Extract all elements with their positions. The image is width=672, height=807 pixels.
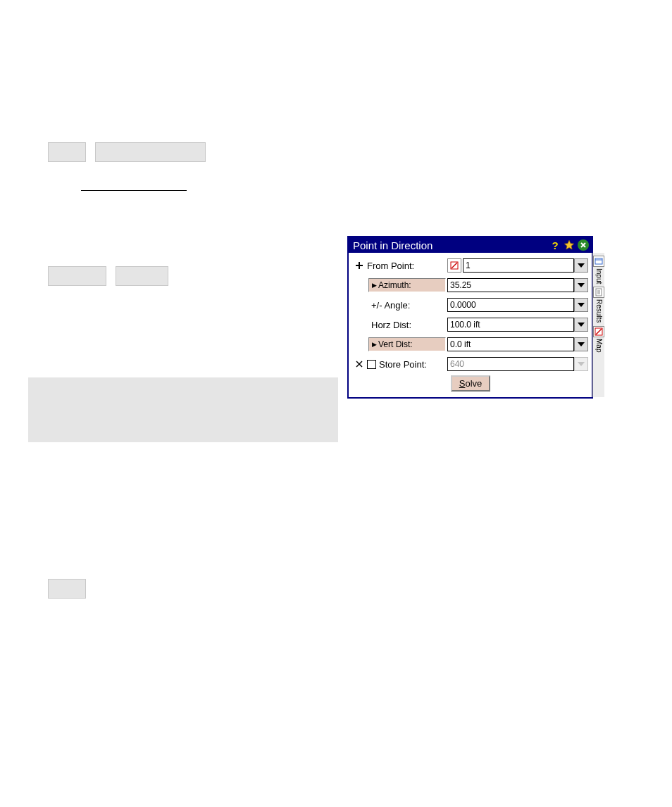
point-in-direction-dialog: Point in Direction ? From Point: (347, 236, 593, 399)
x-icon (353, 360, 366, 368)
svg-marker-8 (578, 283, 585, 287)
svg-marker-9 (578, 303, 585, 307)
input-tab-label: Input (595, 268, 603, 284)
tab-input[interactable]: Input (593, 256, 604, 284)
store-point-checkbox[interactable] (367, 360, 376, 369)
side-tabs: Input Results Map (592, 253, 604, 397)
title-bar-icons: ? (549, 239, 589, 251)
azimuth-toggle[interactable]: ▶ Azimuth: (368, 278, 446, 292)
form-area: From Point: ▶ Azimuth: (349, 253, 592, 397)
horz-dist-input[interactable] (447, 318, 574, 332)
solve-row: Solve (353, 375, 588, 392)
chevron-right-icon: ▶ (372, 341, 377, 348)
row-store-point: Store Point: (353, 356, 588, 373)
doc-block (48, 579, 86, 599)
solve-suffix: olve (465, 378, 482, 389)
svg-marker-0 (564, 240, 573, 249)
svg-line-22 (596, 329, 602, 334)
svg-marker-11 (578, 342, 585, 346)
store-point-input (447, 357, 574, 371)
svg-line-6 (452, 263, 457, 268)
angle-input[interactable] (447, 298, 574, 312)
doc-block (48, 142, 86, 162)
help-icon[interactable]: ? (549, 239, 561, 251)
row-from-point: From Point: (353, 257, 588, 274)
results-tab-label: Results (595, 299, 603, 323)
doc-block (116, 266, 168, 286)
row-angle: +/- Angle: (353, 296, 588, 313)
angle-dropdown[interactable] (574, 298, 588, 312)
from-point-dropdown[interactable] (574, 258, 588, 273)
vert-dist-dropdown[interactable] (574, 337, 588, 351)
tab-results[interactable]: Results (593, 287, 604, 323)
from-point-label: From Point: (366, 261, 447, 271)
row-vert-dist: ▶ Vert Dist: (353, 336, 588, 353)
doc-block (95, 142, 206, 162)
azimuth-input[interactable] (447, 278, 574, 292)
vert-dist-label: Vert Dist: (378, 339, 413, 349)
close-button[interactable] (578, 239, 589, 251)
svg-rect-15 (595, 258, 602, 264)
svg-marker-14 (578, 362, 585, 366)
azimuth-label: Azimuth: (378, 280, 411, 290)
map-tab-icon (593, 326, 604, 337)
row-azimuth: ▶ Azimuth: (353, 277, 588, 294)
horz-dist-label: Horz Dist: (366, 320, 447, 330)
horz-dist-dropdown[interactable] (574, 318, 588, 332)
svg-marker-10 (578, 323, 585, 327)
close-icon (578, 239, 589, 251)
svg-marker-7 (578, 263, 585, 268)
row-horz-dist: Horz Dist: (353, 316, 588, 333)
store-point-label: Store Point: (379, 359, 427, 370)
title-bar: Point in Direction ? (349, 237, 592, 253)
angle-label: +/- Angle: (366, 300, 447, 311)
chevron-right-icon: ▶ (372, 282, 377, 289)
map-pick-button[interactable] (447, 258, 461, 273)
store-point-label-wrap: Store Point: (366, 359, 447, 370)
favorite-icon[interactable] (564, 239, 575, 251)
results-tab-icon (593, 287, 604, 298)
azimuth-dropdown[interactable] (574, 278, 588, 292)
map-tab-label: Map (595, 339, 603, 352)
vert-dist-input[interactable] (447, 337, 574, 351)
doc-block (28, 377, 338, 442)
doc-block (48, 266, 106, 286)
dialog-body: From Point: ▶ Azimuth: (349, 253, 592, 397)
solve-button[interactable]: Solve (451, 375, 491, 392)
vert-dist-toggle[interactable]: ▶ Vert Dist: (368, 337, 446, 351)
dialog-title: Point in Direction (353, 239, 549, 251)
plus-icon (353, 261, 366, 270)
tab-map[interactable]: Map (593, 326, 604, 352)
from-point-input[interactable] (463, 258, 574, 273)
doc-underline (81, 190, 187, 191)
input-tab-icon (593, 256, 604, 267)
store-point-dropdown (574, 357, 588, 371)
